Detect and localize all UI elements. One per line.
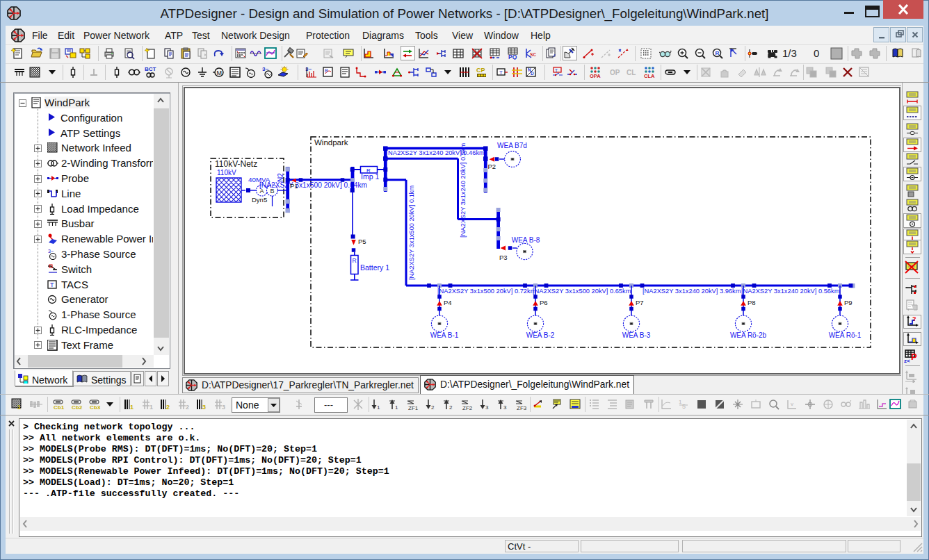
svg-text:Dyn5: Dyn5 — [252, 196, 267, 204]
svg-text:Cb3: Cb3 — [90, 404, 101, 411]
svg-text:R: R — [353, 257, 357, 264]
svg-text:3: 3 — [202, 404, 206, 411]
svg-text:[NA2XS2Y 3x1x500 20kV] 0.1km: [NA2XS2Y 3x1x500 20kV] 0.1km — [408, 185, 415, 280]
svg-text:WEA B-1: WEA B-1 — [430, 331, 459, 339]
svg-text:?: ? — [912, 315, 916, 322]
svg-text:P5: P5 — [358, 238, 366, 245]
svg-text:[NA2XS2Y 3x1x500 20kV] 0.65km: [NA2XS2Y 3x1x500 20kV] 0.65km — [533, 288, 631, 295]
svg-text:2: 2 — [431, 404, 435, 411]
svg-text:3: 3 — [222, 404, 225, 411]
svg-text:2: 2 — [186, 404, 189, 411]
svg-text:[NA2XS2Y 3x1x240 20kV] 0.5km: [NA2XS2Y 3x1x240 20kV] 0.5km — [460, 142, 467, 238]
svg-text:P4: P4 — [444, 299, 452, 306]
svg-text:Cb2: Cb2 — [72, 404, 83, 411]
svg-text:2: 2 — [449, 404, 453, 411]
svg-text:P7: P7 — [636, 299, 644, 306]
svg-text:3: 3 — [485, 404, 489, 411]
svg-text:WEA B-2: WEA B-2 — [526, 331, 555, 339]
svg-text:v: v — [791, 401, 793, 407]
svg-text:1: 1 — [17, 404, 21, 411]
svg-text:Imp 1: Imp 1 — [361, 172, 379, 181]
svg-text:3: 3 — [503, 404, 507, 411]
svg-text:P6: P6 — [540, 299, 548, 306]
svg-text:WEA B-3: WEA B-3 — [622, 331, 651, 339]
svg-text:P8: P8 — [748, 299, 756, 306]
svg-text:P2: P2 — [488, 163, 496, 170]
svg-text:P3: P3 — [499, 254, 508, 261]
svg-text:ZF1: ZF1 — [408, 405, 419, 411]
svg-text:2: 2 — [166, 404, 170, 411]
svg-text:5: 5 — [682, 403, 686, 410]
svg-text:1: 1 — [395, 404, 398, 411]
svg-text:z<: z< — [904, 358, 910, 364]
svg-text:N2: N2 — [277, 173, 284, 182]
svg-text:Battery 1: Battery 1 — [360, 263, 389, 272]
svg-text:[NA2XS2Y 3x1x240 20kV] 3.96km: [NA2XS2Y 3x1x240 20kV] 3.96km — [643, 288, 741, 295]
svg-text:110kV: 110kV — [217, 169, 236, 176]
svg-text:P1: P1 — [290, 182, 298, 190]
svg-text:P9: P9 — [844, 299, 853, 306]
svg-text:ZF3: ZF3 — [517, 405, 527, 411]
svg-text:WEA Rö-2b: WEA Rö-2b — [730, 331, 767, 339]
svg-text:110kV-Netz: 110kV-Netz — [215, 159, 257, 169]
svg-text:NA2XS2Y 3x1x240 20kV] 0.46km: NA2XS2Y 3x1x240 20kV] 0.46km — [388, 149, 485, 156]
svg-text:1: 1 — [130, 404, 134, 411]
svg-text:1: 1 — [150, 404, 153, 411]
svg-text:WEA B7d: WEA B7d — [497, 142, 527, 149]
svg-text:P: P — [911, 352, 917, 362]
svg-text:1: 1 — [377, 404, 380, 411]
svg-text:Windpark: Windpark — [314, 138, 348, 147]
svg-text:Cb1: Cb1 — [54, 404, 65, 411]
svg-text:WEA Rö-1: WEA Rö-1 — [829, 331, 862, 339]
svg-text:[NA2XS2Y 3x1x240 20kV] 0.56km: [NA2XS2Y 3x1x240 20kV] 0.56km — [741, 288, 840, 295]
svg-text:[NA2XS2Y 3x1x500 20kV] 0.72km: [NA2XS2Y 3x1x500 20kV] 0.72km — [437, 288, 536, 295]
svg-text:ZF2: ZF2 — [462, 405, 473, 411]
svg-text:WEA B-8: WEA B-8 — [512, 236, 540, 244]
